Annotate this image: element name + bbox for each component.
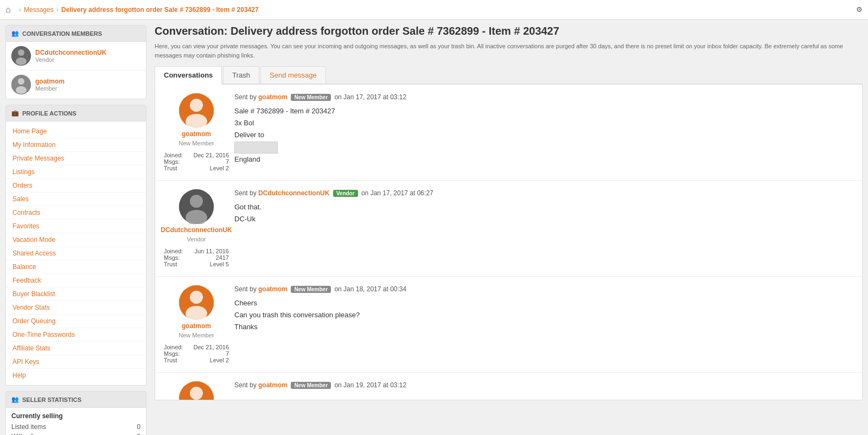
msg-sender-3[interactable]: goatmom <box>258 285 288 293</box>
message-row-3: goatmom New Member Joined:Dec 21, 2016 M… <box>155 277 862 373</box>
stat-listed-label: Listed items <box>11 423 46 431</box>
member-name-member[interactable]: goatmom <box>35 78 65 85</box>
seller-stats-box: 👥 SELLER STATISTICS Currently selling Li… <box>5 391 146 435</box>
page-title: Conversation: Delivery address forgotton… <box>155 25 863 37</box>
link-feedback[interactable]: Feedback <box>6 274 146 287</box>
profile-links-list: Home Page My Information Private Message… <box>6 121 146 385</box>
link-shared-access[interactable]: Shared Access <box>6 247 146 260</box>
svg-point-5 <box>16 86 27 94</box>
msg-content-1: Sale # 7362899 - Item # 203427 3x Bol De… <box>234 105 853 165</box>
profile-actions-box: 💼 PROFILE ACTIONS Home Page My Informati… <box>5 105 146 386</box>
message-row-1: goatmom New Member Joined:Dec 21, 2016 M… <box>155 85 862 181</box>
profile-actions-header: 💼 PROFILE ACTIONS <box>6 105 146 121</box>
link-home-page[interactable]: Home Page <box>6 125 146 138</box>
link-my-information[interactable]: My Information <box>6 138 146 152</box>
message-row-2: DCdutchconnectionUK Vendor Joined:Jun 11… <box>155 181 862 277</box>
link-contracts[interactable]: Contracts <box>6 206 146 220</box>
conversation-members-box: 👥 CONVERSATION MEMBERS DCdutchconnection… <box>5 25 146 99</box>
msg-badge-2: Vendor <box>333 190 358 197</box>
currently-selling-label: Currently selling <box>11 412 141 420</box>
msg-userrole-2: Vendor <box>187 236 206 242</box>
stat-listed-items: Listed items 0 <box>11 422 141 432</box>
msg-badge-1: New Member <box>291 94 331 101</box>
main-content: Conversation: Delivery address forgotton… <box>152 20 868 435</box>
link-private-messages[interactable]: Private Messages <box>6 152 146 165</box>
seller-stats-icon: 👥 <box>11 396 19 403</box>
profile-icon: 💼 <box>11 110 19 117</box>
link-balance[interactable]: Balance <box>6 260 146 274</box>
svg-point-10 <box>190 195 203 208</box>
top-nav: ⌂ › Messages › Delivery address forgotto… <box>0 0 868 20</box>
link-sales[interactable]: Sales <box>6 193 146 206</box>
msg-avatar-col-4 <box>164 381 229 391</box>
msg-avatar-col-1: goatmom New Member Joined:Dec 21, 2016 M… <box>164 93 229 171</box>
link-order-queuing[interactable]: Order Queuing <box>6 315 146 328</box>
redacted-box-1 <box>234 142 278 153</box>
link-vacation-mode[interactable]: Vacation Mode <box>6 233 146 247</box>
members-icon: 👥 <box>11 30 19 37</box>
seller-stats-content: Currently selling Listed items 0 Will se… <box>6 408 146 435</box>
svg-point-7 <box>190 99 203 112</box>
tab-trash[interactable]: Trash <box>223 66 259 84</box>
msg-badge-4: New Member <box>291 382 331 389</box>
conversation-members-header: 👥 CONVERSATION MEMBERS <box>6 25 146 42</box>
link-affiliate-stats[interactable]: Affiliate Stats <box>6 342 146 355</box>
link-help[interactable]: Help <box>6 369 146 382</box>
link-one-time-passwords[interactable]: One-Time Passwords <box>6 328 146 342</box>
msg-meta-1: Joined:Dec 21, 2016 Msgs:7 TrustLevel 2 <box>164 149 229 171</box>
stat-listed-value: 0 <box>137 423 141 431</box>
link-orders[interactable]: Orders <box>6 179 146 193</box>
msg-sender-1[interactable]: goatmom <box>258 93 288 101</box>
home-icon[interactable]: ⌂ <box>5 5 11 15</box>
breadcrumb-messages[interactable]: Messages <box>24 6 54 14</box>
member-item-vendor: DCdutchconnectionUK Vendor <box>6 42 146 71</box>
msg-username-3[interactable]: goatmom <box>182 322 211 330</box>
svg-point-2 <box>16 57 27 65</box>
msg-sender-2[interactable]: DCdutchconnectionUK <box>258 189 329 197</box>
breadcrumb-current[interactable]: Delivery address forgotton order Sale # … <box>61 6 259 14</box>
msg-content-3: Cheers Can you trash this conversation p… <box>234 297 853 333</box>
stat-will-sell: Will sell 0 <box>11 432 141 435</box>
link-vendor-stats[interactable]: Vendor Stats <box>6 301 146 315</box>
svg-point-4 <box>18 78 24 85</box>
msg-username-1[interactable]: goatmom <box>182 130 211 138</box>
member-role-vendor: Vendor <box>35 56 106 63</box>
sidebar: 👥 CONVERSATION MEMBERS DCdutchconnection… <box>0 20 152 435</box>
msg-header-3: Sent by goatmom New Member on Jan 18, 20… <box>234 285 853 293</box>
msg-meta-2: Joined:Jun 11, 2016 Msgs:2417 TrustLevel… <box>164 245 229 267</box>
msg-sender-4[interactable]: goatmom <box>258 381 288 389</box>
member-item-member: goatmom Member <box>6 71 146 99</box>
msg-avatar-col-2: DCdutchconnectionUK Vendor Joined:Jun 11… <box>164 189 229 267</box>
svg-point-16 <box>190 387 203 400</box>
tabs-bar: Conversations Trash Send message <box>155 66 863 85</box>
msg-meta-3: Joined:Dec 21, 2016 Msgs:7 TrustLevel 2 <box>164 341 229 363</box>
msg-userrole-1: New Member <box>178 140 214 146</box>
link-listings[interactable]: Listings <box>6 165 146 179</box>
link-api-keys[interactable]: API Keys <box>6 355 146 369</box>
link-buyer-blacklist[interactable]: Buyer Blacklist <box>6 287 146 301</box>
msg-avatar-3 <box>179 285 214 320</box>
member-role-member: Member <box>35 85 65 92</box>
msg-content-2: Got that. DC-Uk <box>234 201 853 225</box>
link-favorites[interactable]: Favorites <box>6 220 146 233</box>
member-avatar-member <box>11 75 31 94</box>
msg-avatar-4 <box>179 381 214 400</box>
tab-send-message[interactable]: Send message <box>260 66 326 84</box>
settings-icon[interactable]: ⚙ <box>856 5 863 14</box>
msg-header-4: Sent by goatmom New Member on Jan 19, 20… <box>234 381 853 389</box>
msg-avatar-1 <box>179 93 214 128</box>
stat-will-sell-label: Will sell <box>11 433 34 435</box>
msg-userrole-3: New Member <box>178 332 214 338</box>
msg-username-2[interactable]: DCdutchconnectionUK <box>161 226 232 234</box>
member-name-vendor[interactable]: DCdutchconnectionUK <box>35 49 106 56</box>
msg-header-1: Sent by goatmom New Member on Jan 17, 20… <box>234 93 853 101</box>
tab-conversations[interactable]: Conversations <box>155 66 222 85</box>
member-avatar-vendor <box>11 46 31 66</box>
msg-body-2: Sent by DCdutchconnectionUK Vendor on Ja… <box>229 189 853 267</box>
msg-avatar-col-3: goatmom New Member Joined:Dec 21, 2016 M… <box>164 285 229 363</box>
msg-header-2: Sent by DCdutchconnectionUK Vendor on Ja… <box>234 189 853 197</box>
svg-point-13 <box>190 291 203 304</box>
msg-body-3: Sent by goatmom New Member on Jan 18, 20… <box>229 285 853 363</box>
svg-point-1 <box>18 49 24 56</box>
msg-badge-3: New Member <box>291 286 331 293</box>
